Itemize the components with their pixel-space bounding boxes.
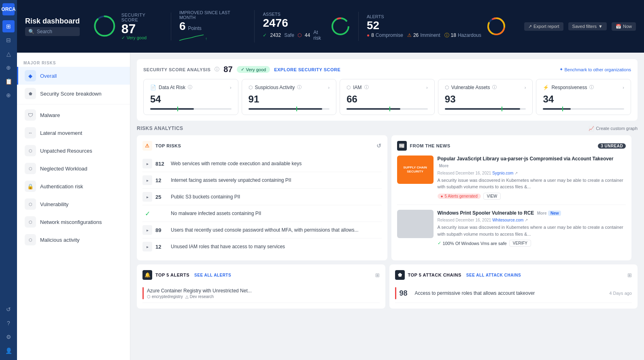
nav-icon-plus[interactable]: ⊕	[2, 89, 15, 101]
unread-badge: 3 unread	[598, 143, 626, 149]
news-icon: 📰	[397, 141, 407, 151]
left-sidebar: MAJOR RISKS ◆ Overall ⬟ Security Score b…	[17, 53, 130, 360]
news-source-1[interactable]: Whitesource.com	[492, 218, 523, 222]
hazardous-icon: ⓘ	[444, 32, 449, 39]
sidebar-item-unpatched[interactable]: ⬡ Unpatched Resources	[17, 142, 130, 160]
nav-icon-refresh[interactable]: ↺	[2, 303, 15, 315]
alerts-label: ALERTS	[367, 14, 481, 19]
news-more-0[interactable]: More	[439, 164, 449, 168]
risk-row-0: ▸ 812 Web services with remote code exec…	[142, 156, 382, 172]
news-more-1[interactable]: More	[537, 211, 547, 215]
verify-button-1[interactable]: VERIFY	[509, 240, 531, 247]
risk-desc-1: Internet facing assets severely unpatche…	[171, 177, 382, 184]
vulnerability-icon: ⬡	[25, 198, 36, 210]
sidebar-item-network[interactable]: ⬡ Network misconfigurations	[17, 213, 130, 231]
nav-icon-help[interactable]: ?	[2, 317, 15, 329]
news-thumb-0: SUPPLY CHAINSECURITY	[397, 156, 434, 184]
sidebar-lateral-label: Lateral movement	[40, 130, 82, 136]
external-link-icon-0: ↗	[514, 171, 518, 175]
sidebar-item-malicious[interactable]: ⬡ Malicious activity	[17, 231, 130, 249]
compromise-item: ● 8 Compromise	[367, 32, 403, 39]
sidebar-item-auth-risk[interactable]: 🔒 Authentication risk	[17, 177, 130, 195]
export-report-button[interactable]: ↗ Export report	[524, 22, 563, 31]
benchmark-link[interactable]: ✦ Benchmark to other organizations	[559, 67, 631, 72]
compromise-count: 8	[371, 32, 374, 38]
see-all-alerts-button[interactable]: SEE ALL ALERTS	[194, 273, 231, 277]
risk-priority-2: ▸	[142, 192, 152, 202]
neglected-icon: ⬡	[25, 163, 36, 174]
export-label: Export report	[533, 24, 559, 29]
sidebar-item-vulnerability[interactable]: ⬡ Vulnerability	[17, 195, 130, 213]
sidebar-item-malware[interactable]: 🛡 Malware	[17, 106, 130, 124]
nav-icon-users[interactable]: ⊕	[2, 62, 15, 74]
now-button[interactable]: 📅 Now	[612, 22, 636, 31]
sidebar-item-overall[interactable]: ◆ Overall	[17, 67, 130, 85]
sidebar-item-lateral[interactable]: ↔ Lateral movement	[17, 124, 130, 142]
news-item-0: SUPPLY CHAINSECURITY Popular JavaScript …	[397, 156, 626, 205]
unpatched-icon: ⬡	[25, 145, 36, 156]
refresh-icon[interactable]: ↺	[376, 143, 382, 149]
iam-value: 66	[346, 94, 428, 105]
lateral-icon: ↔	[25, 127, 36, 138]
saved-filters-button[interactable]: Saved filters ▼	[568, 22, 607, 30]
create-custom-graph-button[interactable]: 📈 Create custom graph	[589, 126, 638, 131]
score-mini-card-responsiveness[interactable]: ⚡ Responsiveness ⓘ › 34	[536, 79, 631, 115]
data-at-risk-info: ⓘ	[188, 84, 192, 90]
top-attack-chains-panel: ⬟ TOP 5 ATTACK CHAINS SEE ALL ATTACK CHA…	[389, 264, 638, 309]
security-score-circle	[92, 15, 117, 38]
sidebar-item-neglected[interactable]: ⬡ Neglected Workload	[17, 160, 130, 177]
score-mini-card-iam[interactable]: ⬡ IAM ⓘ › 66	[340, 79, 435, 115]
responsiveness-bar-fill	[543, 108, 570, 110]
score-mini-card-vulnerable[interactable]: ⬡ Vulnerable Assets ⓘ › 93	[438, 79, 533, 115]
risk-count-0: 812	[155, 161, 168, 167]
assets-detail: ✓ 2432 Safe ⬡ 44 At risk	[263, 30, 325, 41]
see-all-chains-button[interactable]: SEE ALL ATTACK CHAINS	[466, 273, 521, 277]
benchmark-text: Benchmark to other organizations	[565, 67, 631, 72]
tag-icon-1: ⬡	[147, 294, 151, 299]
sidebar-overall-label: Overall	[40, 73, 57, 79]
nav-icon-grid[interactable]: ⊟	[2, 34, 15, 46]
top-risks-title: ⚠ TOP RISKS ↺	[142, 141, 382, 151]
nav-icon-clipboard[interactable]: 📋	[2, 75, 15, 87]
saved-filters-label: Saved filters	[572, 24, 597, 29]
security-score-label: SECURITY SCORE	[121, 13, 163, 22]
search-box[interactable]: 🔍 Search	[25, 27, 80, 36]
ssa-badge-text: Very good	[246, 67, 266, 72]
export-icon: ↗	[528, 24, 532, 29]
responsiveness-bar	[543, 108, 624, 110]
alerts-grid-icon[interactable]: ⊞	[375, 272, 380, 278]
nav-icon-avatar[interactable]: 👤	[2, 345, 15, 357]
news-title-0: Popular JavaScript Library ua-parser-js …	[438, 156, 626, 169]
nav-icon-dashboard[interactable]: ⊞	[2, 20, 15, 32]
data-at-risk-title: 📄 Data At Risk ⓘ	[150, 84, 192, 90]
top-header: Risk dashboard 🔍 Search SECURITY SCORE 8…	[17, 0, 644, 53]
search-icon: 🔍	[28, 29, 34, 34]
data-at-risk-bar-fill	[150, 108, 194, 110]
news-source-0[interactable]: Sygnio.com	[492, 171, 513, 175]
assets-value: 2476	[263, 17, 325, 30]
network-icon: ⬡	[25, 216, 36, 228]
icon-bar: ORCA ⊞ ⊟ △ ⊕ 📋 ⊕ ↺ ? ⚙ 👤	[0, 0, 17, 360]
divider-1	[17, 104, 130, 104]
top-alerts-panel: 🔔 TOP 5 ALERTS SEE ALL ALERTS ⊞ Azure Co…	[137, 264, 385, 309]
ssa-title: SECURITY SCORE ANALYSIS	[143, 67, 210, 72]
alert-count-text-0: 5 Alerts generated	[445, 194, 478, 198]
score-mini-card-suspicious[interactable]: ⬡ Suspicious Activity ⓘ › 91	[242, 79, 337, 115]
risk-priority-0: ▸	[142, 159, 152, 168]
nav-icon-settings[interactable]: ⚙	[2, 331, 15, 343]
data-at-risk-marker	[177, 107, 178, 111]
vulnerable-bar	[445, 108, 526, 110]
score-mini-card-data-at-risk[interactable]: 📄 Data At Risk ⓘ › 54	[143, 79, 238, 115]
view-button-0[interactable]: VIEW	[483, 193, 501, 200]
risk-count-4: 89	[155, 227, 168, 233]
nav-icon-alert[interactable]: △	[2, 48, 15, 60]
chains-grid-icon[interactable]: ⊞	[627, 272, 632, 278]
sidebar-item-security-score[interactable]: ⬟ Security Score breakdown	[17, 85, 130, 102]
news-content-0: Popular JavaScript Library ua-parser-js …	[438, 156, 626, 200]
explore-security-score-button[interactable]: EXPLORE SECURITY SCORE	[274, 67, 340, 72]
header-score-cards: SECURITY SCORE 87 ✓ Very good IMPROVED S…	[93, 10, 514, 43]
vulnerable-value: 93	[445, 94, 526, 105]
attack-chains-header: ⬟ TOP 5 ATTACK CHAINS SEE ALL ATTACK CHA…	[395, 270, 632, 280]
assets-risk-count: 44	[305, 32, 310, 38]
sidebar-neglected-label: Neglected Workload	[40, 166, 87, 172]
